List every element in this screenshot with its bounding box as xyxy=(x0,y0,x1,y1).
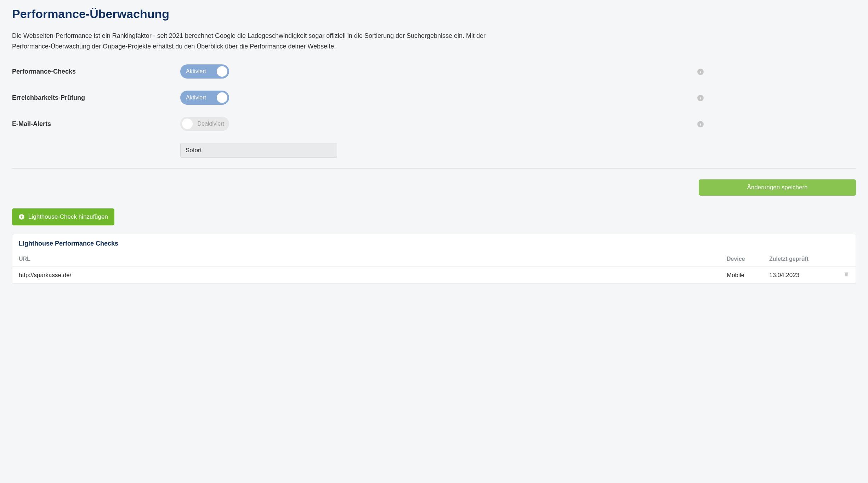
setting-label: Erreichbarkeits-Prüfung xyxy=(12,94,180,102)
toggle-knob xyxy=(217,92,227,103)
info-icon[interactable]: i xyxy=(697,95,704,101)
page-title: Performance-Überwachung xyxy=(12,7,856,21)
button-label: Lighthouse-Check hinzufügen xyxy=(28,213,108,220)
panel-title: Lighthouse Performance Checks xyxy=(19,240,849,247)
trash-icon[interactable] xyxy=(844,271,849,277)
lighthouse-checks-panel: Lighthouse Performance Checks URL Device… xyxy=(12,234,856,284)
cell-url: http://sparkasse.de/ xyxy=(12,267,720,284)
select-value: Sofort xyxy=(186,147,202,154)
save-button[interactable]: Änderungen speichern xyxy=(699,179,856,196)
column-header-last-checked: Zuletzt geprüft xyxy=(763,252,837,267)
cell-device: Mobile xyxy=(720,267,763,284)
toggle-state-label: Aktiviert xyxy=(180,68,212,75)
performance-checks-toggle[interactable]: Aktiviert xyxy=(180,64,229,79)
column-header-url: URL xyxy=(12,252,720,267)
setting-label: Performance-Checks xyxy=(12,68,180,75)
toggle-knob xyxy=(182,119,193,129)
setting-label: E-Mail-Alerts xyxy=(12,120,180,128)
lighthouse-checks-table: URL Device Zuletzt geprüft http://sparka… xyxy=(12,252,856,283)
toggle-state-label: Deaktiviert xyxy=(197,121,229,127)
reachability-toggle[interactable]: Aktiviert xyxy=(180,91,229,105)
column-header-device: Device xyxy=(720,252,763,267)
page-description: Die Webseiten-Performance ist ein Rankin… xyxy=(12,31,504,52)
setting-row-performance-checks: Performance-Checks Aktiviert i xyxy=(12,64,856,79)
plus-circle-icon xyxy=(18,214,25,220)
cell-last-checked: 13.04.2023 xyxy=(763,267,837,284)
info-icon[interactable]: i xyxy=(697,121,704,127)
table-row: http://sparkasse.de/ Mobile 13.04.2023 xyxy=(12,267,856,284)
toggle-knob xyxy=(217,66,227,77)
column-header-actions xyxy=(837,252,856,267)
setting-row-email-alerts: E-Mail-Alerts Deaktiviert i xyxy=(12,117,856,131)
email-alerts-toggle[interactable]: Deaktiviert xyxy=(180,117,229,131)
setting-row-reachability: Erreichbarkeits-Prüfung Aktiviert i xyxy=(12,91,856,105)
add-lighthouse-check-button[interactable]: Lighthouse-Check hinzufügen xyxy=(12,208,114,225)
toggle-state-label: Aktiviert xyxy=(180,94,212,101)
divider xyxy=(12,168,856,169)
info-icon[interactable]: i xyxy=(697,69,704,75)
alert-frequency-select[interactable]: Sofort xyxy=(180,143,337,158)
